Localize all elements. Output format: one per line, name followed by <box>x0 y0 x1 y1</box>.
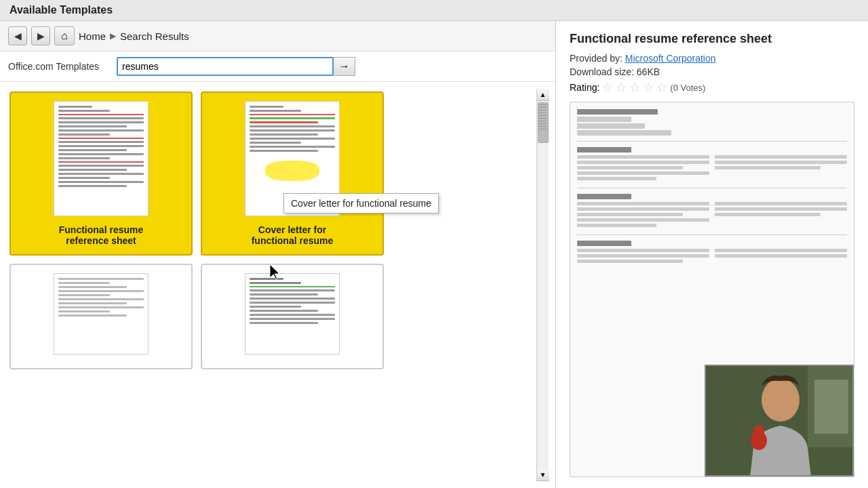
template-item-cover-letter[interactable]: Cover letter forfunctional resume Cover … <box>201 92 384 256</box>
template-label-2: Cover letter forfunctional resume <box>252 224 334 246</box>
scrollbar-grip <box>538 104 547 131</box>
detail-provider-link[interactable]: Microsoft Corporation <box>625 53 716 64</box>
home-button[interactable]: ⌂ <box>54 26 75 45</box>
scrollbar-up-button[interactable]: ▲ <box>537 89 549 101</box>
template-thumb-4 <box>245 273 340 354</box>
detail-votes: (0 Votes) <box>670 83 705 93</box>
star-5[interactable]: ☆ <box>656 80 667 95</box>
forward-button[interactable]: ▶ <box>31 26 50 45</box>
breadcrumb-home: Home <box>79 30 106 42</box>
templates-grid-container: Functional resumereference sheet <box>0 82 555 488</box>
available-templates-header: Available Templates <box>0 0 868 21</box>
template-thumb-1 <box>54 101 149 216</box>
detail-download-size-row: Download size: 66KB <box>570 66 854 77</box>
left-panel: ◀ ▶ ⌂ Home ▶ Search Results Office.com T… <box>0 21 556 488</box>
template-label-1: Functional resumereference sheet <box>59 224 143 246</box>
svg-rect-2 <box>814 380 848 434</box>
breadcrumb-current: Search Results <box>120 30 189 42</box>
search-input-wrap <box>117 57 334 76</box>
back-button[interactable]: ◀ <box>8 26 27 45</box>
templates-grid: Functional resumereference sheet <box>7 89 536 372</box>
search-go-button[interactable]: → <box>334 57 355 76</box>
detail-download-size: 66KB <box>637 66 660 77</box>
template-item-3[interactable] <box>9 264 193 369</box>
star-4[interactable]: ☆ <box>643 80 654 95</box>
webcam-video <box>706 366 852 475</box>
star-2[interactable]: ☆ <box>616 80 627 95</box>
scrollbar-up-icon: ▲ <box>540 91 547 98</box>
search-label: Office.com Templates <box>8 61 117 72</box>
svg-point-5 <box>753 425 764 437</box>
scrollbar-track: ▲ ▼ <box>536 89 549 481</box>
nav-bar: ◀ ▶ ⌂ Home ▶ Search Results <box>0 21 555 52</box>
detail-title: Functional resume reference sheet <box>570 32 854 46</box>
search-go-icon: → <box>339 60 350 73</box>
template-thumb-2 <box>245 101 340 216</box>
search-input[interactable] <box>117 57 334 76</box>
svg-point-3 <box>762 378 800 422</box>
scrollbar-down-button[interactable]: ▼ <box>537 469 549 481</box>
rating-label: Rating: <box>570 82 599 93</box>
webcam-overlay <box>705 365 854 476</box>
star-1[interactable]: ☆ <box>602 80 613 95</box>
templates-scroll-area[interactable]: Functional resumereference sheet <box>7 89 536 481</box>
template-thumb-3 <box>54 273 149 354</box>
breadcrumb: Home ▶ Search Results <box>79 30 189 42</box>
scrollbar-thumb[interactable] <box>538 102 549 143</box>
detail-rating-row: Rating: ☆ ☆ ☆ ☆ ☆ (0 Votes) <box>570 80 854 95</box>
home-icon: ⌂ <box>61 30 68 42</box>
document-preview <box>570 102 854 477</box>
right-panel: Functional resume reference sheet Provid… <box>556 21 868 488</box>
template-item-functional-resume[interactable]: Functional resumereference sheet <box>9 92 193 256</box>
template-item-4[interactable] <box>201 264 384 369</box>
star-3[interactable]: ☆ <box>629 80 640 95</box>
detail-provider-row: Provided by: Microsoft Corporation <box>570 53 854 64</box>
breadcrumb-separator: ▶ <box>110 31 116 41</box>
search-bar: Office.com Templates → <box>0 52 555 82</box>
scrollbar-down-icon: ▼ <box>540 471 547 479</box>
